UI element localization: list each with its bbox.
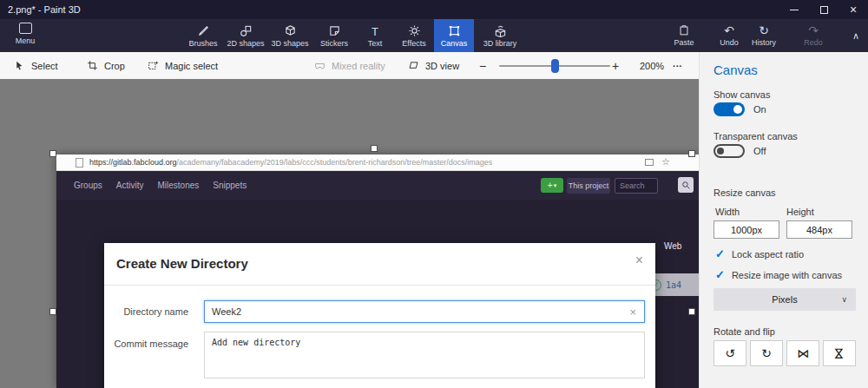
action-label: Undo bbox=[720, 38, 739, 47]
paste-icon bbox=[678, 24, 690, 36]
more-options-button[interactable]: ··· bbox=[673, 52, 682, 79]
tab-label: 3D shapes bbox=[271, 39, 308, 48]
menu-button[interactable]: Menu bbox=[9, 23, 42, 50]
tab-3d-shapes[interactable]: 3D shapes bbox=[267, 19, 312, 52]
selection-handle-top-left[interactable] bbox=[49, 150, 56, 157]
modal-divider bbox=[104, 285, 655, 286]
panel-title: Canvas bbox=[713, 62, 758, 77]
magic-select-icon bbox=[148, 60, 159, 71]
collapse-ribbon-button[interactable]: ∧ bbox=[852, 30, 859, 42]
mixed-reality-label: Mixed reality bbox=[332, 61, 385, 71]
width-value: 1000px bbox=[731, 225, 762, 235]
tab-effects[interactable]: Effects bbox=[394, 19, 434, 52]
directory-name-label: Directory name bbox=[104, 306, 188, 317]
tab-canvas[interactable]: Canvas bbox=[434, 19, 474, 52]
commit-id: 1a4 bbox=[666, 280, 681, 290]
3d-view-button[interactable]: 3D view bbox=[408, 52, 459, 79]
canvas-settings-panel: Canvas Show canvas On Transparent canvas… bbox=[699, 52, 868, 388]
select-tool-button[interactable]: Select bbox=[14, 52, 58, 79]
ribbon-tools: Brushes 2D shapes 3D shapes Stickers T T… bbox=[182, 19, 526, 52]
3d-view-label: 3D view bbox=[425, 61, 459, 71]
nav-link-snippets: Snippets bbox=[213, 181, 247, 190]
flip-vertical-button[interactable]: ⋈ bbox=[823, 340, 856, 366]
nav-link-activity: Activity bbox=[116, 181, 144, 190]
minus-icon: − bbox=[479, 59, 486, 73]
chevron-down-icon: ∨ bbox=[841, 295, 847, 304]
gitlab-search-button bbox=[678, 177, 694, 193]
minimize-button[interactable] bbox=[779, 0, 809, 19]
show-canvas-label: Show canvas bbox=[713, 89, 770, 100]
url-text: https://gitlab.fabcloud.org/academany/fa… bbox=[89, 158, 492, 167]
caret-down-icon: ▾ bbox=[554, 182, 557, 189]
width-input[interactable]: 1000px bbox=[713, 220, 779, 239]
resize-image-with-canvas-checkbox[interactable]: ✓ Resize image with canvas bbox=[715, 269, 842, 280]
transparent-canvas-toggle-row: Off bbox=[713, 144, 766, 158]
undo-icon: ↶ bbox=[724, 24, 734, 36]
tab-label: 2D shapes bbox=[227, 39, 264, 48]
directory-name-value: Week2 bbox=[212, 306, 241, 317]
mixed-reality-button: Mixed reality bbox=[314, 52, 385, 79]
units-dropdown[interactable]: Pixels ∨ bbox=[713, 288, 856, 311]
tab-stickers[interactable]: Stickers bbox=[312, 19, 356, 52]
history-button[interactable]: ↻ History bbox=[745, 19, 783, 52]
check-icon: ✓ bbox=[715, 248, 725, 260]
nav-link-milestones: Milestones bbox=[157, 181, 199, 190]
zoom-slider-thumb[interactable] bbox=[551, 59, 559, 73]
tab-brushes[interactable]: Brushes bbox=[182, 19, 224, 52]
clear-input-icon: × bbox=[629, 306, 636, 319]
web-ide-button: Web bbox=[664, 241, 681, 251]
undo-button[interactable]: ↶ Undo bbox=[710, 19, 748, 52]
brush-icon bbox=[197, 24, 210, 37]
height-input[interactable]: 484px bbox=[786, 220, 852, 239]
transparent-canvas-toggle[interactable] bbox=[713, 144, 745, 158]
zoom-level-value: 200% bbox=[640, 61, 664, 71]
selection-handle-top-right[interactable] bbox=[688, 150, 695, 157]
zoom-out-button[interactable]: − bbox=[479, 52, 486, 79]
window-title: 2.png* - Paint 3D bbox=[0, 4, 81, 15]
rotate-and-flip-label: Rotate and flip bbox=[713, 326, 775, 337]
zoom-level[interactable]: 200% bbox=[640, 52, 664, 79]
rotate-right-button[interactable]: ↻ bbox=[750, 340, 783, 366]
edited-image[interactable]: https://gitlab.fabcloud.org/academany/fa… bbox=[56, 155, 699, 388]
maximize-button[interactable] bbox=[809, 0, 838, 19]
canvas-area[interactable]: https://gitlab.fabcloud.org/academany/fa… bbox=[0, 79, 699, 388]
flip-horizontal-button[interactable]: ⋈ bbox=[786, 340, 819, 366]
width-label: Width bbox=[715, 207, 740, 217]
action-label: History bbox=[752, 38, 776, 47]
canvas-toolbar: Select Crop Magic select Mixed reality 3… bbox=[0, 52, 699, 79]
close-button[interactable]: × bbox=[838, 0, 868, 19]
rotate-left-button[interactable]: ↺ bbox=[713, 340, 746, 366]
selection-handle-middle-right[interactable] bbox=[688, 308, 695, 315]
flip-horizontal-icon: ⋈ bbox=[797, 346, 809, 360]
paste-button[interactable]: Paste bbox=[665, 19, 703, 52]
commit-message-label: Commit message bbox=[104, 339, 188, 349]
flip-vertical-icon: ⋈ bbox=[832, 347, 846, 359]
more-icon: ··· bbox=[673, 61, 682, 71]
zoom-in-button[interactable]: + bbox=[612, 52, 619, 79]
modal-close-icon: × bbox=[635, 253, 643, 268]
gitlab-page-dimmed: Web ✓ 1a4 Create New Directory × Directo… bbox=[56, 200, 699, 388]
plus-icon: + bbox=[548, 181, 553, 190]
redo-button: ↷ Redo bbox=[794, 19, 832, 52]
tab-3d-library[interactable]: 3D library bbox=[474, 19, 526, 52]
magic-select-button[interactable]: Magic select bbox=[148, 52, 218, 79]
minimize-icon bbox=[790, 10, 799, 10]
height-label: Height bbox=[786, 207, 814, 217]
url-path: /academany/fabacademy/2019/labs/ccc/stud… bbox=[177, 158, 493, 167]
tab-2d-shapes[interactable]: 2D shapes bbox=[224, 19, 267, 52]
scope-label: This project bbox=[569, 181, 609, 190]
maximize-icon bbox=[820, 6, 828, 14]
show-canvas-toggle[interactable] bbox=[713, 102, 745, 116]
tab-text[interactable]: T Text bbox=[356, 19, 394, 52]
selection-handle-top-center[interactable] bbox=[371, 145, 378, 152]
select-label: Select bbox=[31, 61, 58, 71]
rotate-right-icon: ↻ bbox=[761, 346, 772, 360]
lock-aspect-ratio-checkbox[interactable]: ✓ Lock aspect ratio bbox=[715, 248, 804, 260]
titlebar: 2.png* - Paint 3D × bbox=[0, 0, 868, 19]
crop-tool-button[interactable]: Crop bbox=[87, 52, 125, 79]
show-canvas-toggle-row: On bbox=[713, 102, 766, 116]
zoom-slider[interactable] bbox=[499, 65, 610, 67]
show-canvas-state: On bbox=[753, 104, 766, 115]
crop-icon bbox=[87, 60, 98, 71]
selection-handle-middle-left[interactable] bbox=[49, 308, 56, 315]
